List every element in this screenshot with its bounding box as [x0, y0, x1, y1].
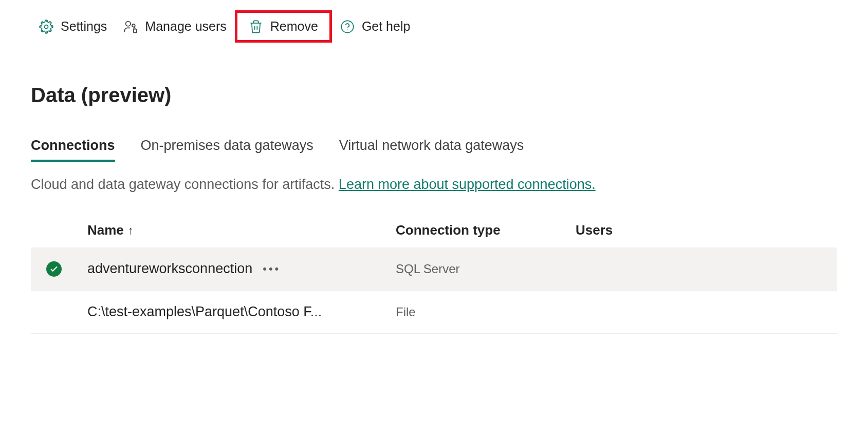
page-title: Data (preview) — [0, 53, 868, 122]
settings-button[interactable]: Settings — [31, 14, 115, 39]
connection-type: SQL Server — [396, 262, 576, 276]
checkmark-icon[interactable] — [46, 261, 62, 277]
table-row[interactable]: C:\test-examples\Parquet\Contoso F... Fi… — [31, 291, 837, 334]
manage-users-button[interactable]: Manage users — [115, 14, 234, 39]
remove-highlight: Remove — [235, 10, 332, 43]
svg-point-0 — [45, 25, 48, 28]
description-text: Cloud and data gateway connections for a… — [31, 177, 339, 192]
toolbar: Settings Manage users — [0, 0, 868, 53]
trash-icon — [249, 20, 263, 34]
description: Cloud and data gateway connections for a… — [0, 162, 868, 213]
table-row[interactable]: adventureworksconnection ••• SQL Server — [31, 247, 837, 291]
svg-point-1 — [126, 21, 131, 26]
learn-more-link[interactable]: Learn more about supported connections. — [339, 177, 596, 192]
get-help-button[interactable]: Get help — [332, 14, 419, 39]
svg-point-7 — [347, 29, 347, 30]
connection-name: adventureworksconnection — [87, 261, 252, 277]
tab-virtual-network[interactable]: Virtual network data gateways — [339, 138, 524, 162]
svg-point-2 — [132, 24, 135, 27]
sort-ascending-icon: ↑ — [128, 224, 134, 237]
tabs: Connections On-premises data gateways Vi… — [0, 122, 868, 162]
connection-name: C:\test-examples\Parquet\Contoso F... — [87, 304, 322, 320]
table-header: Name ↑ Connection type Users — [31, 213, 837, 247]
settings-label: Settings — [61, 19, 107, 34]
column-header-name[interactable]: Name ↑ — [87, 222, 396, 238]
connections-table: Name ↑ Connection type Users adventurewo… — [0, 213, 868, 334]
help-icon — [340, 20, 355, 34]
manage-users-label: Manage users — [145, 19, 226, 34]
remove-button[interactable]: Remove — [242, 16, 325, 37]
connection-type: File — [396, 305, 576, 319]
people-icon — [123, 20, 138, 34]
get-help-label: Get help — [362, 19, 411, 34]
tab-connections[interactable]: Connections — [31, 138, 115, 162]
remove-label: Remove — [270, 19, 318, 34]
tab-on-premises[interactable]: On-premises data gateways — [141, 138, 313, 162]
more-options-icon[interactable]: ••• — [263, 262, 281, 276]
svg-point-6 — [341, 21, 353, 32]
column-header-type[interactable]: Connection type — [396, 222, 576, 238]
column-header-users[interactable]: Users — [576, 222, 837, 238]
gear-icon — [39, 20, 53, 34]
svg-rect-3 — [134, 29, 137, 32]
